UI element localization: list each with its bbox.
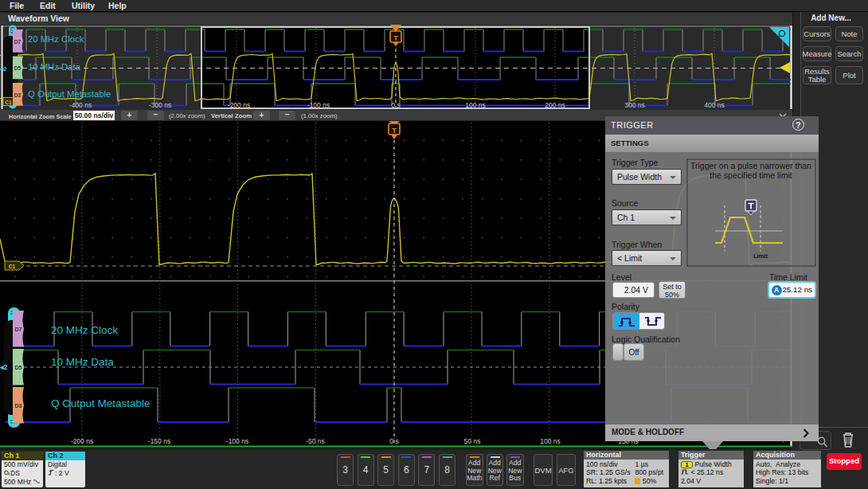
svg-text:D7: D7 [15,327,22,332]
svg-text:-300 ns: -300 ns [149,101,171,109]
svg-text:-100 ns: -100 ns [307,101,330,109]
svg-text:-50 ns: -50 ns [306,437,325,445]
svg-text:Q Output Metastable: Q Output Metastable [28,89,111,99]
svg-text:-100 ns: -100 ns [226,437,248,445]
svg-text:300 ns: 300 ns [624,101,645,109]
svg-text:Trigger on a pulse narrower th: Trigger on a pulse narrower than [690,161,811,170]
svg-text:400 ns: 400 ns [704,101,725,109]
svg-text:200 ns: 200 ns [545,101,565,109]
svg-text:10 MHz Data: 10 MHz Data [51,356,114,368]
svg-text:0 s: 0 s [391,101,400,109]
svg-text:D7: D7 [14,39,22,45]
svg-text:50 ns: 50 ns [464,437,481,445]
svg-text:C1: C1 [9,264,16,269]
svg-text:the specified time limit: the specified time limit [710,170,792,180]
svg-text:-200 ns: -200 ns [71,437,93,445]
svg-text:-150 ns: -150 ns [148,437,170,445]
svg-text:D5: D5 [14,65,22,71]
svg-text:T: T [393,34,398,42]
svg-text:Q Output Metastable: Q Output Metastable [51,397,151,409]
svg-text:20 MHz Clock: 20 MHz Clock [51,324,118,336]
svg-text:C1: C1 [5,100,12,105]
svg-text:D3: D3 [15,403,22,409]
svg-text:D3: D3 [14,92,22,98]
svg-text:100 ns: 100 ns [540,437,561,445]
svg-text:100 ns: 100 ns [465,101,486,109]
svg-text:10 MHz Data: 10 MHz Data [28,62,81,72]
svg-text:D5: D5 [15,365,22,370]
svg-text:-400 ns: -400 ns [69,101,92,109]
svg-text:20 MHz Clock: 20 MHz Clock [28,34,84,44]
svg-text:T: T [392,127,397,135]
svg-text:-200 ns: -200 ns [228,101,250,109]
svg-text:◂2: ◂2 [0,65,7,72]
svg-text:◂2: ◂2 [0,363,8,371]
svg-text:Limit: Limit [753,252,768,260]
svg-text:0 s: 0 s [389,437,398,445]
